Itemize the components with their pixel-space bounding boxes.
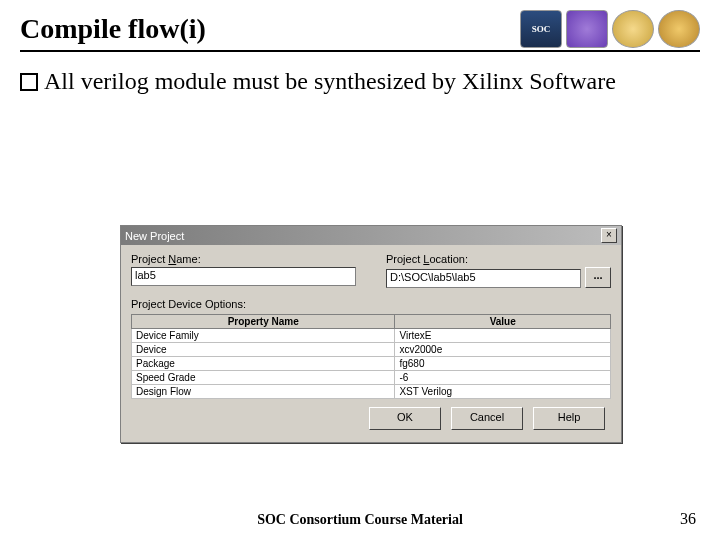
table-row: Design Flow XST Verilog — [132, 385, 611, 399]
table-row: Package fg680 — [132, 357, 611, 371]
prop-value[interactable]: -6 — [395, 371, 611, 385]
page-number: 36 — [680, 510, 696, 528]
device-options-label: Project Device Options: — [131, 298, 611, 310]
help-button[interactable]: Help — [533, 407, 605, 430]
col-property-name: Property Name — [132, 315, 395, 329]
prop-name: Package — [132, 357, 395, 371]
university-seal-2-icon — [658, 10, 700, 48]
cancel-button[interactable]: Cancel — [451, 407, 523, 430]
project-name-label: Project Name: — [131, 253, 356, 265]
ok-button[interactable]: OK — [369, 407, 441, 430]
browse-button[interactable]: ... — [585, 267, 611, 288]
table-row: Device Family VirtexE — [132, 329, 611, 343]
prop-value[interactable]: VirtexE — [395, 329, 611, 343]
prop-name: Speed Grade — [132, 371, 395, 385]
prop-name: Device Family — [132, 329, 395, 343]
prop-name: Device — [132, 343, 395, 357]
soc-logo-icon: SOC — [520, 10, 562, 48]
dialog-titlebar: New Project × — [121, 226, 621, 245]
prop-value[interactable]: XST Verilog — [395, 385, 611, 399]
device-options-table: Property Name Value Device Family Virtex… — [131, 314, 611, 399]
project-location-input[interactable]: D:\SOC\lab5\lab5 — [386, 269, 581, 288]
project-location-label: Project Location: — [386, 253, 611, 265]
table-row: Device xcv2000e — [132, 343, 611, 357]
slide-title: Compile flow(i) — [20, 13, 206, 45]
slide-header: Compile flow(i) SOC — [20, 10, 700, 52]
dialog-title: New Project — [125, 230, 184, 242]
table-row: Speed Grade -6 — [132, 371, 611, 385]
prop-value[interactable]: xcv2000e — [395, 343, 611, 357]
logo-row: SOC — [520, 10, 700, 48]
university-seal-1-icon — [612, 10, 654, 48]
prop-value[interactable]: fg680 — [395, 357, 611, 371]
bullet-square-icon — [20, 73, 38, 91]
prop-name: Design Flow — [132, 385, 395, 399]
slide-footer: SOC Consortium Course Material — [0, 512, 720, 528]
bullet-text: All verilog module must be synthesized b… — [44, 66, 700, 96]
close-button[interactable]: × — [601, 228, 617, 243]
new-project-dialog: New Project × Project Name: lab5 Project… — [120, 225, 622, 443]
col-value: Value — [395, 315, 611, 329]
bullet-item: All verilog module must be synthesized b… — [20, 66, 700, 96]
consortium-logo-icon — [566, 10, 608, 48]
project-name-input[interactable]: lab5 — [131, 267, 356, 286]
